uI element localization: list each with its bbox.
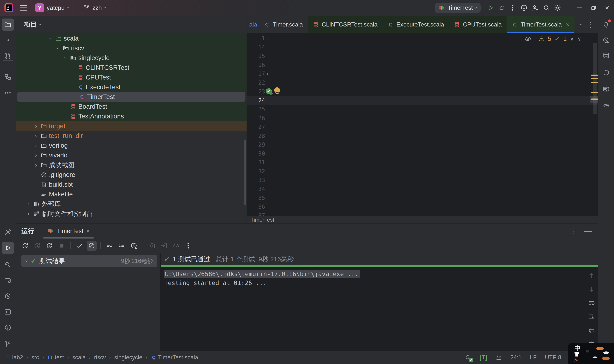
tree-item-TimerTest[interactable]: TimerTest — [17, 92, 245, 102]
git-branch-tool-icon[interactable] — [2, 338, 14, 350]
tab-list-icon[interactable]: › — [578, 24, 585, 26]
code-line-30[interactable]: 30 — [247, 149, 598, 158]
notifications-tool-icon[interactable] — [600, 19, 612, 31]
show-ignored-button[interactable] — [87, 241, 97, 251]
run-configuration-widget[interactable]: TimerTest › — [435, 3, 481, 13]
ai-assistant-icon[interactable] — [518, 2, 530, 13]
structure-tool-icon[interactable] — [2, 71, 14, 83]
chevron-down-icon[interactable]: › — [62, 54, 69, 62]
minimize-button[interactable] — [573, 2, 586, 13]
code-line-14[interactable]: 14 — [247, 43, 598, 52]
chevron-right-icon[interactable]: › — [32, 162, 40, 168]
screen-code-tool-icon[interactable] — [600, 83, 612, 95]
ime-language-indicator[interactable]: 中 — [574, 344, 581, 352]
close-icon[interactable]: × — [566, 21, 570, 28]
ime-skin-icon[interactable] — [573, 351, 580, 357]
soft-wrap-button[interactable] — [587, 299, 596, 307]
translator-icon[interactable]: [T] — [480, 354, 487, 361]
code-line-27[interactable]: 27 — [247, 122, 598, 131]
run-tab[interactable]: TimerTest × — [43, 223, 94, 238]
tree-item-verilog[interactable]: ›verilog — [16, 141, 247, 150]
code-line-35[interactable]: 35 — [247, 193, 598, 202]
test-results-node[interactable]: › ✔ 测试结果 9秒 216毫秒 — [21, 255, 157, 267]
statusbar-breadcrumb-src[interactable]: src — [31, 354, 39, 361]
search-icon[interactable] — [541, 2, 552, 13]
scroll-end-button[interactable] — [587, 312, 596, 321]
tree-item-riscv[interactable]: ›riscv — [16, 43, 247, 53]
caret-position[interactable]: 24:1 — [510, 354, 522, 361]
statusbar-breadcrumb-lab2[interactable]: lab2 — [5, 354, 23, 361]
reader-mode-icon[interactable] — [524, 35, 531, 42]
fold-arrow-icon[interactable]: › — [267, 34, 269, 43]
inspections-widget[interactable]: ⚠ 5 ✔ 1 ∧ ∨ — [524, 35, 581, 42]
code-line-25[interactable]: 25 — [247, 105, 598, 114]
tree-item-BoardTest[interactable]: BoardTest — [16, 102, 247, 111]
debug-button[interactable] — [496, 2, 507, 13]
tree-item-ExecuteTest[interactable]: ExecuteTest — [16, 82, 247, 92]
tree-item-vivado[interactable]: ›vivado — [16, 150, 247, 160]
chevron-right-icon[interactable]: › — [32, 123, 40, 129]
sort-alpha-button[interactable] — [105, 241, 114, 251]
warning-stripe-mark[interactable] — [591, 92, 598, 93]
gauge-button[interactable] — [171, 241, 181, 251]
more-actions-icon[interactable] — [507, 2, 518, 13]
intention-bulb-icon[interactable] — [274, 87, 280, 93]
code-line-15[interactable]: 15 — [247, 52, 598, 61]
tree-item-target[interactable]: ›target — [16, 121, 247, 131]
code-line-32[interactable]: 32 — [247, 167, 598, 176]
statusbar-breadcrumb-riscv[interactable]: riscv — [94, 354, 106, 361]
next-problem-icon[interactable]: ∨ — [578, 36, 581, 42]
passed-count[interactable]: 1 — [563, 35, 567, 42]
code-line-36[interactable]: 36 — [247, 202, 598, 211]
tree-item-CPUTest[interactable]: CPUTest — [16, 72, 247, 82]
arrow-down-button[interactable] — [587, 285, 596, 293]
import-results-button[interactable] — [159, 241, 169, 251]
code-line-26[interactable]: 26 — [247, 114, 598, 123]
tree-item-.gitignore[interactable]: .gitignore — [16, 170, 247, 180]
chevron-down-icon[interactable]: › — [47, 35, 54, 42]
main-menu-icon[interactable] — [19, 4, 28, 12]
options-menu-icon[interactable]: ⋮ — [570, 227, 577, 235]
ime-brand-logo[interactable]: S — [574, 356, 578, 364]
warning-stripe-mark[interactable] — [591, 82, 598, 83]
pull-requests-tool-icon[interactable] — [2, 50, 14, 62]
ai-chat-tool-icon[interactable] — [600, 34, 612, 46]
tree-item-singlecycle[interactable]: ›singlecycle — [16, 53, 247, 63]
restore-button[interactable] — [586, 2, 600, 13]
tree-item-临时文件和控制台[interactable]: ›临时文件和控制台 — [16, 209, 247, 219]
tree-scrollbar[interactable] — [244, 140, 246, 205]
tools-tool-icon[interactable] — [2, 226, 14, 238]
code-line-16[interactable]: 16 — [247, 61, 598, 69]
tree-item-TestAnnotations[interactable]: TestAnnotations — [16, 111, 247, 121]
editor-tab-CLINTCSRTest.scala[interactable]: CLINTCSRTest.scala — [308, 16, 382, 33]
chevron-right-icon[interactable]: › — [32, 143, 40, 149]
hide-panel-icon[interactable]: — — [584, 226, 592, 236]
chevron-down-icon[interactable]: › — [55, 45, 61, 52]
services-tool-icon[interactable] — [2, 275, 14, 287]
vcs-branch-widget[interactable]: zzh › — [83, 4, 106, 12]
terminal-tool-icon[interactable] — [2, 306, 14, 318]
sort-duration-button[interactable] — [117, 241, 127, 251]
snapshot-button[interactable] — [147, 241, 157, 251]
warning-count[interactable]: 5 — [548, 35, 551, 42]
project-panel-header[interactable]: 项目 › — [16, 16, 247, 33]
tab-options-icon[interactable]: ⋮ — [587, 21, 594, 29]
close-button[interactable]: × — [600, 2, 614, 13]
code-line-37[interactable]: 37 — [247, 211, 598, 216]
warning-stripe-mark[interactable] — [591, 78, 598, 79]
editor-tab-CPUTest.scala[interactable]: CPUTest.scala — [449, 16, 506, 33]
printer-button[interactable] — [587, 326, 596, 335]
memory-gauge-icon[interactable] — [496, 354, 502, 361]
tree-item-build.sbt[interactable]: build.sbt — [16, 180, 247, 189]
close-icon[interactable]: × — [86, 228, 90, 235]
project-widget[interactable]: Y yatcpu › — [34, 2, 71, 13]
code-line-22[interactable]: 22 — [247, 78, 598, 87]
statusbar-breadcrumb-TimerTest.scala[interactable]: TimerTest.scala — [151, 354, 198, 361]
tree-item-CLINTCSRTest[interactable]: CLINTCSRTest — [16, 63, 247, 72]
chevron-right-icon[interactable]: › — [25, 201, 32, 207]
chevron-right-icon[interactable]: › — [25, 211, 32, 217]
code-line-31[interactable]: 31 — [247, 158, 598, 167]
clock-button[interactable] — [129, 241, 139, 251]
show-passed-button[interactable] — [74, 241, 84, 251]
rerun-button[interactable] — [20, 241, 30, 251]
